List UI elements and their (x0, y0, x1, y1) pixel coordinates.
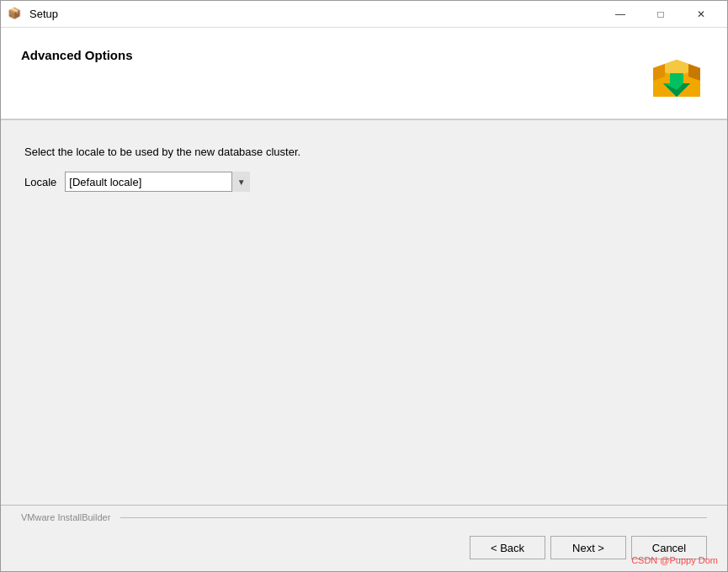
footer-divider (120, 517, 707, 518)
setup-window: 📦 Setup — □ ✕ Advanced Options (0, 0, 728, 572)
page-title: Advanced Options (21, 48, 133, 62)
locale-label: Locale (24, 176, 56, 188)
minimize-button[interactable]: — (601, 1, 640, 28)
setup-box-icon (646, 45, 707, 105)
brand-wrapper: VMware InstallBuilder (21, 506, 707, 527)
locale-select[interactable]: [Default locale] (65, 172, 250, 192)
app-icon: 📦 (8, 7, 23, 22)
back-button[interactable]: < Back (470, 536, 545, 559)
header-title-wrapper: Advanced Options (21, 45, 133, 62)
window-title: Setup (29, 8, 601, 20)
description-text: Select the locale to be used by the new … (24, 146, 704, 158)
main-body: Select the locale to be used by the new … (1, 120, 727, 505)
content-area: Advanced Options (1, 28, 727, 571)
close-button[interactable]: ✕ (682, 1, 720, 28)
brand-text: VMware InstallBuilder (21, 512, 110, 522)
header-section: Advanced Options (1, 28, 727, 120)
locale-select-wrapper: [Default locale] ▼ (65, 172, 250, 192)
watermark-text: CSDN @Puppy Dom (631, 555, 718, 565)
next-button[interactable]: Next > (550, 536, 626, 559)
footer: VMware InstallBuilder < Back Next > Canc… (1, 505, 727, 571)
locale-row: Locale [Default locale] ▼ (24, 172, 704, 192)
title-bar: 📦 Setup — □ ✕ (1, 1, 727, 28)
footer-buttons: < Back Next > Cancel (21, 527, 707, 571)
window-controls: — □ ✕ (601, 1, 720, 28)
maximize-button[interactable]: □ (641, 1, 680, 28)
